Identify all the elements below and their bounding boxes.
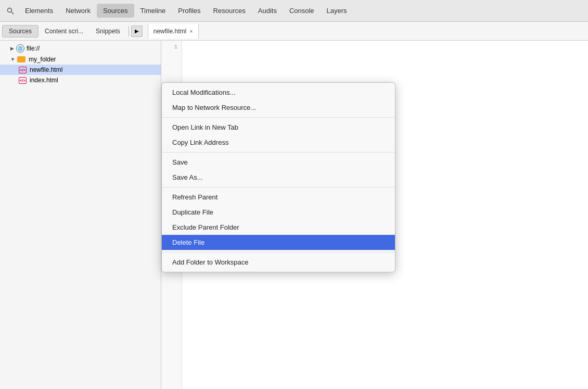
ctx-save-as[interactable]: Save As... (162, 170, 395, 185)
top-nav-bar: Elements Network Sources Timeline Profil… (0, 0, 588, 22)
ctx-separator-3 (162, 187, 395, 187)
main-area: ▶ 🌐 file:// ▼ my_folder </> newfile.html… (0, 41, 588, 389)
tree-item-my-folder-label: my_folder (29, 56, 56, 63)
ctx-copy-link[interactable]: Copy Link Address (162, 135, 395, 150)
nav-layers[interactable]: Layers (321, 4, 353, 18)
file-tab-name: newfile.html (154, 28, 186, 35)
ctx-map-to-network[interactable]: Map to Network Resource... (162, 100, 395, 115)
nav-sources[interactable]: Sources (97, 4, 134, 18)
file-tab-newfile[interactable]: newfile.html × (148, 24, 199, 39)
file-tree-panel: ▶ 🌐 file:// ▼ my_folder </> newfile.html… (0, 41, 161, 389)
tab-divider (129, 26, 129, 36)
ctx-separator-4 (162, 252, 395, 253)
tab-sources[interactable]: Sources (2, 25, 39, 37)
expand-triangle: ▶ (10, 46, 14, 51)
tree-item-my-folder[interactable]: ▼ my_folder (0, 54, 161, 65)
tree-item-index-label: index.html (30, 77, 58, 84)
svg-line-1 (11, 12, 14, 14)
tree-item-newfile-html[interactable]: </> newfile.html (0, 65, 161, 75)
nav-timeline[interactable]: Timeline (134, 4, 172, 18)
html-file-icon-newfile: </> (19, 67, 27, 73)
svg-point-0 (8, 8, 12, 12)
forward-button[interactable]: ▶ (131, 26, 143, 37)
ctx-exclude-parent[interactable]: Exclude Parent Folder (162, 220, 395, 235)
folder-triangle: ▼ (10, 57, 15, 62)
sub-tab-bar: Sources Content scri... Snippets ▶ newfi… (0, 22, 588, 41)
tree-item-file-root[interactable]: ▶ 🌐 file:// (0, 43, 161, 54)
nav-console[interactable]: Console (283, 4, 321, 18)
search-button[interactable] (2, 3, 19, 19)
ctx-open-link[interactable]: Open Link in New Tab (162, 120, 395, 135)
line-number-1: 1 (161, 43, 177, 51)
ctx-separator-1 (162, 117, 395, 118)
tree-item-file-root-label: file:// (27, 45, 40, 52)
html-file-icon-index: </> (19, 77, 27, 84)
nav-elements[interactable]: Elements (19, 4, 59, 18)
tree-item-newfile-label: newfile.html (30, 66, 62, 73)
search-icon (7, 7, 14, 15)
globe-icon: 🌐 (16, 44, 24, 53)
nav-audits[interactable]: Audits (252, 4, 283, 18)
tree-item-index-html[interactable]: </> index.html (0, 75, 161, 85)
ctx-refresh-parent[interactable]: Refresh Parent (162, 190, 395, 205)
nav-resources[interactable]: Resources (207, 4, 252, 18)
tab-content-scripts[interactable]: Content scri... (39, 26, 90, 37)
ctx-add-folder[interactable]: Add Folder to Workspace (162, 255, 395, 270)
tab-snippets[interactable]: Snippets (90, 26, 126, 37)
ctx-duplicate-file[interactable]: Duplicate File (162, 205, 395, 220)
folder-icon (17, 56, 25, 62)
file-tab-close-button[interactable]: × (189, 28, 193, 34)
ctx-delete-file[interactable]: Delete File (162, 235, 395, 250)
nav-network[interactable]: Network (59, 4, 97, 18)
context-menu: Local Modifications... Map to Network Re… (161, 82, 395, 272)
ctx-separator-2 (162, 152, 395, 153)
nav-profiles[interactable]: Profiles (172, 4, 207, 18)
ctx-local-modifications[interactable]: Local Modifications... (162, 85, 395, 100)
ctx-save[interactable]: Save (162, 155, 395, 170)
